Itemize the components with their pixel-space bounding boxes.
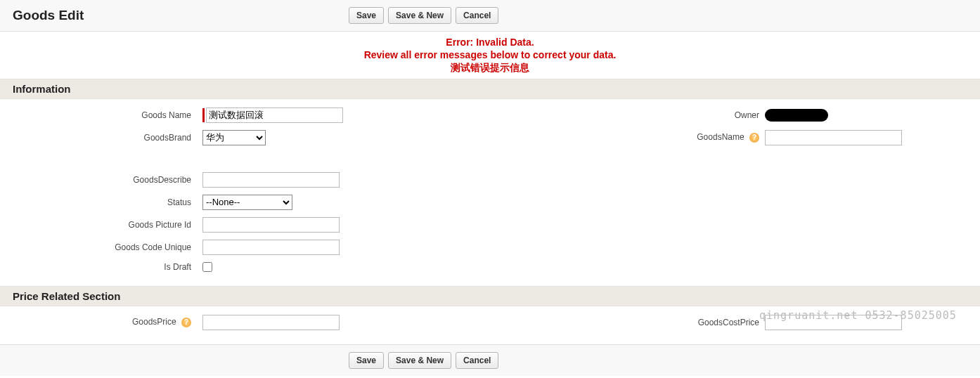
section-body-information: Goods Name Owner GoodsBrand 华为 GoodsName… <box>0 99 980 286</box>
page-title: Goods Edit <box>13 8 349 23</box>
save-button[interactable]: Save <box>349 7 384 24</box>
section-header-information: Information <box>0 79 980 99</box>
is-draft-checkbox[interactable] <box>202 262 212 272</box>
save-button-footer[interactable]: Save <box>349 352 384 369</box>
owner-label: Owner <box>498 110 765 120</box>
is-draft-label: Is Draft <box>13 262 202 272</box>
section-body-price: GoodsPrice ? GoodsCostPrice <box>0 306 980 344</box>
error-line-3: 测试错误提示信息 <box>0 61 980 74</box>
goods-cost-price-label: GoodsCostPrice <box>498 318 765 327</box>
section-header-price: Price Related Section <box>0 286 980 306</box>
status-label: Status <box>13 197 202 207</box>
goods-name-input[interactable] <box>206 107 343 123</box>
goods-price-label: GoodsPrice ? <box>13 317 202 327</box>
error-line-1: Error: Invalid Data. <box>0 36 980 48</box>
cancel-button-footer[interactable]: Cancel <box>456 352 498 369</box>
owner-value <box>765 109 828 122</box>
goods-name2-label: GoodsName ? <box>498 132 765 143</box>
status-select[interactable]: --None-- <box>202 195 292 210</box>
goods-name2-input[interactable] <box>765 130 902 145</box>
cancel-button[interactable]: Cancel <box>456 7 498 24</box>
goods-name-label: Goods Name <box>13 110 202 120</box>
error-message: Error: Invalid Data. Review all error me… <box>0 32 980 79</box>
required-marker-icon <box>202 108 205 122</box>
goods-describe-label: GoodsDescribe <box>13 175 202 185</box>
header-button-row: Save Save & New Cancel <box>349 7 498 24</box>
goods-code-unique-input[interactable] <box>202 240 340 255</box>
help-icon[interactable]: ? <box>181 318 191 327</box>
header-bar: Goods Edit Save Save & New Cancel <box>0 0 980 32</box>
error-line-2: Review all error messages below to corre… <box>0 48 980 61</box>
goods-price-input[interactable] <box>202 315 340 330</box>
goods-brand-label: GoodsBrand <box>13 133 202 143</box>
help-icon[interactable]: ? <box>749 133 759 143</box>
goods-picture-id-input[interactable] <box>202 217 340 233</box>
goods-code-unique-label: Goods Code Unique <box>13 242 202 252</box>
goods-brand-select[interactable]: 华为 <box>202 130 266 145</box>
save-new-button[interactable]: Save & New <box>388 7 451 24</box>
goods-describe-input[interactable] <box>202 172 340 188</box>
footer-bar: Save Save & New Cancel <box>0 344 980 376</box>
goods-cost-price-input[interactable] <box>765 315 902 330</box>
goods-picture-id-label: Goods Picture Id <box>13 220 202 230</box>
save-new-button-footer[interactable]: Save & New <box>388 352 451 369</box>
